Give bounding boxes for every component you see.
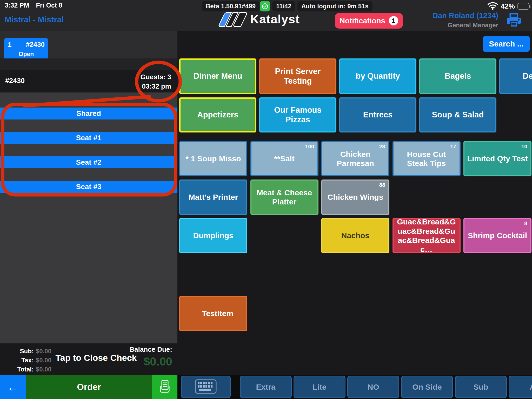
category-button-appetizers[interactable]: Appetizers bbox=[179, 97, 256, 132]
balance-due-value: $0.00 bbox=[129, 355, 172, 368]
katalyst-logo-icon bbox=[221, 12, 244, 27]
user-menu[interactable]: Dan Roland (1234) General Manager bbox=[433, 11, 498, 29]
printer-icon[interactable] bbox=[506, 13, 522, 29]
item-button-matt-s-printer[interactable]: Matt's Printer bbox=[179, 179, 247, 215]
status-date: Fri Oct 8 bbox=[36, 2, 62, 9]
seat-bar-shared[interactable]: Shared bbox=[0, 108, 177, 119]
seat-bar-seat-2[interactable]: Seat #2 bbox=[0, 156, 177, 168]
auto-logout-badge: Auto logout in: 9m 51s bbox=[297, 1, 373, 11]
item-button-salt[interactable]: **Salt100 bbox=[250, 141, 318, 176]
button-label: Bagels bbox=[445, 71, 471, 81]
battery-percent: 42% bbox=[501, 2, 515, 10]
modifier-button-no[interactable]: NO bbox=[347, 376, 399, 398]
item-button-shrimp-cocktail[interactable]: Shrimp Cocktail8 bbox=[463, 218, 531, 253]
item-button-limited-qty-test[interactable]: Limited Qty Test10 bbox=[463, 141, 531, 176]
category-button-print-server-testing[interactable]: Print Server Testing bbox=[259, 58, 336, 94]
button-label: by Quantity bbox=[356, 71, 400, 81]
button-label: * 1 Soup Misso bbox=[185, 154, 241, 163]
check-panel: 1 #2430 Open #2430 Guests: 3 03:32 pm Sh… bbox=[0, 31, 177, 399]
category-button-de[interactable]: De bbox=[499, 58, 532, 94]
wifi-icon bbox=[487, 2, 498, 11]
modifier-button-all[interactable]: All bbox=[509, 376, 532, 398]
check-tab-index: 1 bbox=[8, 41, 11, 49]
button-label: Dinner Menu bbox=[194, 71, 242, 81]
button-label: Entrees bbox=[363, 110, 393, 120]
back-arrow-icon: ← bbox=[7, 380, 19, 394]
button-label: Nachos bbox=[341, 231, 369, 240]
button-label: Limited Qty Test bbox=[467, 154, 528, 163]
item-button-1-soup-misso[interactable]: * 1 Soup Misso bbox=[179, 141, 247, 176]
build-version-badge: Beta 1.50.91#499 bbox=[202, 1, 260, 11]
button-label: Appetizers bbox=[197, 110, 238, 120]
category-button-bagels[interactable]: Bagels bbox=[419, 58, 496, 94]
item-button-testitem[interactable]: __TestItem bbox=[179, 296, 247, 331]
back-button[interactable]: ← bbox=[0, 375, 26, 399]
user-role: General Manager bbox=[433, 22, 498, 29]
button-label: __TestItem bbox=[193, 309, 234, 318]
battery-icon bbox=[517, 3, 529, 10]
button-label: Print Server Testing bbox=[262, 67, 333, 86]
button-label: Guac&Bread&Guac&Bread&Guac&Bread&Guac… bbox=[396, 217, 457, 254]
user-name: Dan Roland (1234) bbox=[433, 11, 498, 20]
total-value: $0.00 bbox=[36, 365, 51, 374]
button-label: Chicken Parmesan bbox=[324, 150, 386, 168]
check-tab[interactable]: 1 #2430 Open bbox=[4, 38, 48, 60]
seat-bar-seat-3[interactable]: Seat #3 bbox=[0, 181, 177, 193]
order-button[interactable]: Order bbox=[26, 375, 152, 399]
header: 3:32 PMFri Oct 8 Beta 1.50.91#499 11/42 … bbox=[0, 0, 532, 31]
clock: 3:32 PMFri Oct 8 bbox=[5, 2, 62, 9]
status-right-cluster: 42% bbox=[487, 2, 529, 11]
item-button-chicken-parmesan[interactable]: Chicken Parmesan23 bbox=[321, 141, 389, 176]
item-button-house-cut-steak-tips[interactable]: House Cut Steak Tips17 bbox=[393, 141, 461, 176]
panel-divider bbox=[0, 58, 177, 70]
keyboard-icon bbox=[195, 379, 217, 395]
quantity-badge: 17 bbox=[450, 144, 456, 149]
button-label: **Salt bbox=[274, 154, 294, 163]
search-button[interactable]: Search ... bbox=[483, 36, 530, 52]
item-button-guac-bread-guac-bread-guac-bread-guac[interactable]: Guac&Bread&Guac&Bread&Guac&Bread&Guac… bbox=[393, 218, 461, 253]
sync-count-badge: 11/42 bbox=[272, 1, 295, 11]
quantity-badge: 10 bbox=[521, 144, 527, 149]
balance-due-label: Balance Due: bbox=[129, 345, 172, 354]
notifications-button[interactable]: Notifications 1 bbox=[335, 13, 403, 29]
item-button-chicken-wings[interactable]: Chicken Wings88 bbox=[321, 179, 389, 215]
keyboard-button[interactable] bbox=[181, 376, 231, 398]
button-label: Meat & Cheese Platter bbox=[254, 188, 315, 207]
check-open-time: 03:32 pm bbox=[141, 82, 171, 91]
button-label: Matt's Printer bbox=[189, 192, 238, 202]
item-button-dumplings[interactable]: Dumplings bbox=[179, 218, 247, 253]
modifier-button-sub[interactable]: Sub bbox=[455, 376, 507, 398]
check-meta: Guests: 3 03:32 pm bbox=[141, 72, 171, 91]
button-label: Chicken Wings bbox=[328, 192, 383, 202]
check-tab-status: Open bbox=[8, 51, 45, 58]
check-tab-strip: 1 #2430 Open bbox=[0, 31, 177, 58]
guest-count: Guests: 3 bbox=[141, 72, 171, 82]
button-label: House Cut Steak Tips bbox=[396, 150, 457, 168]
category-button-soup-salad[interactable]: Soup & Salad bbox=[419, 97, 496, 132]
menu-area: Search ... Dinner MenuPrint Server Testi… bbox=[177, 31, 532, 399]
button-label: Soup & Salad bbox=[432, 110, 484, 120]
sync-check-icon bbox=[260, 1, 270, 11]
check-tab-number: #2430 bbox=[26, 41, 45, 49]
category-button-our-famous-pizzas[interactable]: Our Famous Pizzas bbox=[259, 97, 336, 132]
status-time: 3:32 PM bbox=[5, 2, 29, 9]
category-button-by-quantity[interactable]: by Quantity bbox=[339, 58, 416, 94]
item-button-meat-cheese-platter[interactable]: Meat & Cheese Platter bbox=[250, 179, 318, 215]
seat-bar-seat-1[interactable]: Seat #1 bbox=[0, 132, 177, 144]
sub-label: Sub: bbox=[20, 347, 34, 356]
modifier-button-on-side[interactable]: On Side bbox=[401, 376, 453, 398]
category-button-dinner-menu[interactable]: Dinner Menu bbox=[179, 58, 256, 94]
quantity-badge: 88 bbox=[379, 182, 385, 188]
notifications-count-badge: 1 bbox=[389, 16, 398, 25]
modifier-button-extra[interactable]: Extra bbox=[240, 376, 292, 398]
receipt-icon bbox=[158, 380, 171, 394]
button-label: Dumplings bbox=[193, 231, 234, 240]
category-button-entrees[interactable]: Entrees bbox=[339, 97, 416, 132]
quantity-badge: 23 bbox=[379, 144, 385, 149]
item-button-nachos[interactable]: Nachos bbox=[321, 218, 389, 253]
notifications-label: Notifications bbox=[340, 17, 385, 25]
store-name[interactable]: Mistral - Mistral bbox=[5, 15, 64, 24]
print-order-button[interactable] bbox=[152, 375, 177, 399]
tax-label: Tax: bbox=[21, 356, 34, 365]
modifier-button-lite[interactable]: Lite bbox=[294, 376, 345, 398]
